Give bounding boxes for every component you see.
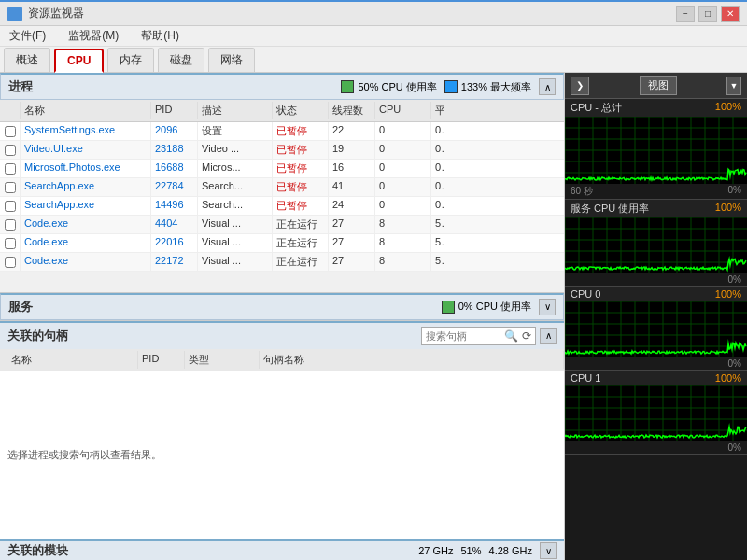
row-name: Code.exe (21, 253, 151, 271)
row-pid: 22016 (151, 234, 198, 252)
graph-time-label: 60 秒 (571, 185, 593, 198)
row-avg: 0.00 (431, 141, 444, 159)
graph-zero-label: 0% (728, 358, 741, 369)
row-state: 正在运行 (273, 216, 329, 233)
col-state[interactable]: 状态 (273, 102, 329, 119)
row-pid: 4404 (151, 216, 198, 233)
services-cpu-indicator: 0% CPU 使用率 (442, 300, 531, 314)
process-section-header[interactable]: 进程 50% CPU 使用率 133% 最大频率 ∧ (0, 73, 564, 100)
tab-memory[interactable]: 内存 (107, 48, 154, 72)
col-name[interactable]: 名称 (21, 102, 151, 119)
row-checkbox[interactable] (0, 234, 21, 252)
row-checkbox[interactable] (0, 178, 21, 196)
row-avg: 0.00 (431, 178, 444, 196)
row-name: SearchApp.exe (21, 197, 151, 215)
graph-pct-3: 100% (715, 372, 741, 384)
row-cpu: 0 (375, 122, 431, 140)
refresh-icon[interactable]: ⟳ (522, 329, 531, 343)
row-name: Code.exe (21, 216, 151, 233)
process-section: 进程 50% CPU 使用率 133% 最大频率 ∧ 名称 P (0, 73, 564, 292)
maximize-button[interactable]: □ (698, 6, 717, 22)
tab-disk[interactable]: 磁盘 (158, 48, 204, 72)
graph-bottom-0: 60 秒0% (565, 184, 747, 199)
tab-network[interactable]: 网络 (208, 48, 255, 72)
handles-search-box: 🔍 ⟳ (421, 327, 536, 345)
row-threads: 27 (329, 234, 375, 252)
table-row[interactable]: SearchApp.exe 22784 Search... 已暂停 41 0 0… (0, 178, 564, 197)
handles-col-type[interactable]: 类型 (185, 351, 260, 369)
row-state: 正在运行 (273, 234, 329, 252)
services-header-info: 0% CPU 使用率 ∨ (442, 299, 556, 315)
handles-col-name[interactable]: 名称 (7, 351, 138, 369)
bottom-cpu-pct: 51% (461, 545, 482, 556)
row-pid: 22172 (151, 253, 198, 271)
table-row[interactable]: SystemSettings.exe 2096 设置 已暂停 22 0 0.00 (0, 122, 564, 141)
table-row[interactable]: Code.exe 4404 Visual ... 正在运行 27 8 5.61 (0, 216, 564, 234)
row-checkbox[interactable] (0, 197, 21, 215)
graph-block-2: CPU 0100%0% (565, 287, 747, 371)
col-desc[interactable]: 描述 (198, 102, 273, 119)
col-threads[interactable]: 线程数 (329, 102, 375, 119)
view-button[interactable]: 视图 (640, 76, 677, 95)
row-checkbox[interactable] (0, 141, 21, 159)
row-state: 正在运行 (273, 253, 329, 271)
handles-col-pid[interactable]: PID (138, 351, 185, 369)
table-row[interactable]: Code.exe 22172 Visual ... 正在运行 27 8 5.53 (0, 253, 564, 272)
row-cpu: 0 (375, 178, 431, 196)
close-button[interactable]: ✕ (721, 6, 740, 22)
handles-title: 关联的句柄 (7, 328, 68, 344)
row-name: Code.exe (21, 234, 151, 252)
tab-overview[interactable]: 概述 (4, 48, 50, 72)
graph-pct-2: 100% (715, 288, 741, 300)
view-dropdown-button[interactable]: ▼ (726, 77, 741, 95)
row-checkbox[interactable] (0, 216, 21, 233)
row-avg: 5.53 (431, 253, 444, 271)
bottom-freq: 27 GHz (418, 545, 453, 556)
row-avg: 0.00 (431, 160, 444, 177)
nav-back-button[interactable]: ❯ (571, 77, 589, 95)
row-cpu: 0 (375, 160, 431, 177)
handles-col-handlename[interactable]: 句柄名称 (260, 351, 564, 369)
handles-empty-message: 选择进程或搜索句柄以查看结果。 (0, 371, 564, 540)
col-cpu[interactable]: CPU (375, 102, 431, 119)
table-row[interactable]: Video.UI.exe 23188 Video ... 已暂停 19 0 0.… (0, 141, 564, 160)
row-threads: 22 (329, 122, 375, 140)
services-collapse-button[interactable]: ∨ (539, 299, 556, 315)
table-row[interactable]: SearchApp.exe 14496 Search... 已暂停 24 0 0… (0, 197, 564, 216)
table-row[interactable]: Microsoft.Photos.exe 16688 Micros... 已暂停… (0, 160, 564, 178)
menu-help[interactable]: 帮助(H) (135, 26, 185, 46)
tab-cpu[interactable]: CPU (54, 49, 104, 73)
graph-label-3: CPU 1 (571, 372, 600, 384)
row-checkbox[interactable] (0, 160, 21, 177)
graph-zero-label: 0% (728, 274, 741, 285)
freq-indicator: 133% 最大频率 (444, 80, 531, 94)
left-panel: 进程 50% CPU 使用率 133% 最大频率 ∧ 名称 P (0, 73, 565, 560)
modules-section-header[interactable]: 关联的模块 27 GHz 51% 4.28 GHz ∨ (0, 539, 564, 560)
row-checkbox[interactable] (0, 253, 21, 271)
row-checkbox[interactable] (0, 122, 21, 140)
services-section-header[interactable]: 服务 0% CPU 使用率 ∨ (0, 293, 564, 320)
minimize-button[interactable]: − (676, 6, 695, 22)
row-threads: 19 (329, 141, 375, 159)
row-name: Microsoft.Photos.exe (21, 160, 151, 177)
modules-collapse-button[interactable]: ∨ (540, 542, 557, 559)
handles-search-input[interactable] (426, 330, 500, 342)
bottom-ghz: 4.28 GHz (489, 545, 532, 556)
col-avg[interactable]: 平均 C... (431, 102, 444, 119)
col-pid[interactable]: PID (151, 102, 198, 119)
row-desc: 设置 (198, 122, 273, 140)
process-collapse-button[interactable]: ∧ (539, 78, 556, 95)
modules-title: 关联的模块 (7, 542, 68, 559)
services-cpu-label: 0% CPU 使用率 (458, 300, 531, 314)
menu-monitor[interactable]: 监视器(M) (63, 26, 124, 46)
row-cpu: 0 (375, 197, 431, 215)
services-cpu-icon (442, 301, 455, 314)
title-bar: 资源监视器 − □ ✕ (0, 0, 747, 26)
menu-file[interactable]: 文件(F) (4, 26, 51, 46)
search-icon[interactable]: 🔍 (504, 329, 518, 343)
table-row[interactable]: Code.exe 22016 Visual ... 正在运行 27 8 5.53 (0, 234, 564, 253)
process-header-info: 50% CPU 使用率 133% 最大频率 ∧ (341, 78, 556, 95)
cpu-usage-indicator: 50% CPU 使用率 (341, 80, 436, 94)
handles-collapse-button[interactable]: ∧ (540, 328, 557, 344)
row-desc: Search... (198, 178, 273, 196)
